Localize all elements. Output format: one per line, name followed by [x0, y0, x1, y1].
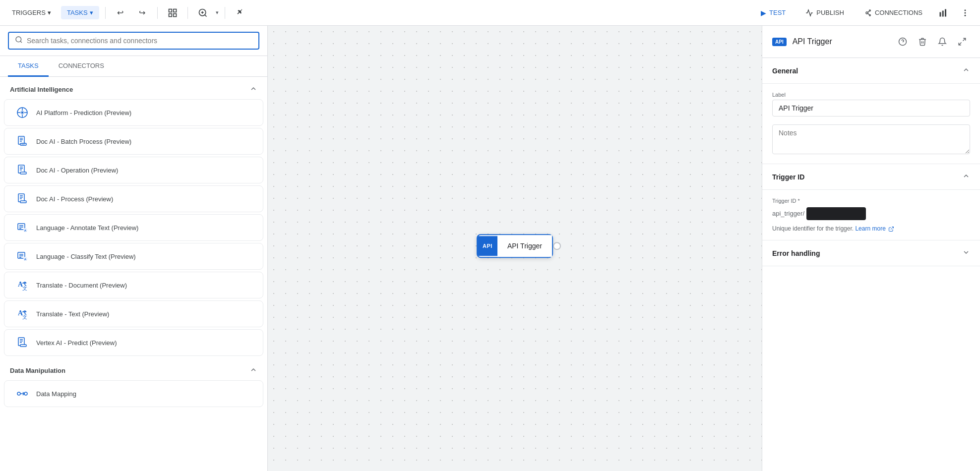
- svg-rect-65: [20, 341, 23, 342]
- tabs-row: TASKS CONNECTORS: [0, 56, 267, 77]
- task-label-vertex-ai: Vertex AI - Predict (Preview): [36, 339, 117, 347]
- svg-rect-36: [20, 167, 23, 168]
- zoom-chevron-icon: ▾: [216, 9, 219, 16]
- task-item-doc-ai-batch[interactable]: Doc AI - Batch Process (Preview): [4, 128, 263, 155]
- help-button[interactable]: [895, 34, 911, 50]
- task-item-doc-ai-process[interactable]: Doc AI - Process (Preview): [4, 185, 263, 212]
- nav-separator-2: [157, 7, 158, 19]
- tab-tasks[interactable]: TASKS: [8, 56, 49, 77]
- task-item-ai-platform[interactable]: AI Platform - Prediction (Preview): [4, 99, 263, 126]
- nav-separator-1: [105, 7, 106, 19]
- right-panel: API API Trigger: [762, 26, 980, 471]
- triggers-dropdown[interactable]: TRIGGERS ▾: [6, 6, 57, 19]
- tab-tasks-label: TASKS: [18, 62, 39, 69]
- svg-line-72: [963, 38, 966, 41]
- svg-line-12: [868, 13, 869, 14]
- general-section-header[interactable]: General: [762, 58, 980, 84]
- category-ai-label: Artificial Intelligence: [10, 86, 73, 93]
- trigger-id-row: api_trigger/: [772, 206, 970, 221]
- tasks-dropdown[interactable]: TASKS ▾: [61, 6, 99, 19]
- task-label-translate-document: Translate - Document (Preview): [36, 282, 127, 289]
- svg-rect-3: [173, 13, 176, 16]
- label-input[interactable]: [772, 100, 970, 117]
- nav-separator-3: [187, 7, 188, 19]
- svg-point-23: [21, 112, 23, 114]
- right-panel-actions: [895, 34, 970, 50]
- svg-rect-38: [20, 170, 22, 171]
- layout-button[interactable]: [164, 4, 182, 22]
- translate-text-icon: A 文: [14, 306, 30, 322]
- chart-button[interactable]: [934, 4, 952, 22]
- publish-label: PUBLISH: [816, 9, 844, 16]
- trigger-id-section-header[interactable]: Trigger ID: [762, 164, 980, 190]
- search-input[interactable]: [27, 37, 252, 45]
- api-trigger-node[interactable]: API API Trigger: [477, 234, 553, 258]
- svg-rect-37: [20, 168, 23, 169]
- svg-rect-30: [20, 139, 23, 140]
- error-handling-section-header[interactable]: Error handling: [762, 240, 980, 266]
- svg-point-19: [16, 37, 21, 42]
- tab-connectors[interactable]: CONNECTORS: [49, 56, 114, 77]
- task-item-language-classify[interactable]: A Language - Classify Text (Preview): [4, 243, 263, 270]
- bell-button[interactable]: [934, 34, 950, 50]
- learn-more-link[interactable]: Learn more: [855, 225, 894, 232]
- error-handling-chevron-icon: [962, 248, 970, 258]
- delete-button[interactable]: [915, 34, 930, 50]
- center-canvas[interactable]: API API Trigger: [268, 26, 762, 471]
- task-item-data-mapping[interactable]: Data Mapping: [4, 380, 263, 407]
- node-connector[interactable]: [553, 242, 561, 250]
- test-button[interactable]: ▶ TEST: [753, 6, 794, 20]
- tasks-list: Artificial Intelligence: [0, 77, 267, 471]
- top-nav: TRIGGERS ▾ TASKS ▾ ↩ ↪ ▾ ▶ TEST: [0, 0, 980, 26]
- svg-point-9: [869, 10, 871, 11]
- expand-button[interactable]: [954, 34, 970, 50]
- zoom-button[interactable]: [194, 4, 212, 22]
- general-chevron-icon: [962, 66, 970, 75]
- search-bar: [0, 26, 267, 56]
- connections-label: CONNECTIONS: [875, 9, 922, 16]
- svg-line-11: [868, 11, 869, 12]
- trigger-id-hint: Unique identifier for the trigger. Learn…: [772, 225, 970, 232]
- nav-right: ▶ TEST PUBLISH CONNECTIONS: [753, 4, 974, 22]
- test-label: TEST: [769, 9, 786, 16]
- task-item-doc-ai-operation[interactable]: Doc AI - Operation (Preview): [4, 157, 263, 183]
- label-field-label: Label: [772, 92, 970, 98]
- error-handling-section-title: Error handling: [772, 249, 820, 257]
- search-input-wrap[interactable]: [8, 32, 259, 50]
- right-panel-title: API Trigger: [793, 37, 889, 46]
- redo-button[interactable]: ↪: [133, 4, 151, 22]
- category-ai-header[interactable]: Artificial Intelligence: [0, 77, 267, 98]
- search-icon: [15, 36, 23, 46]
- tasks-chevron-icon: ▾: [90, 9, 93, 16]
- svg-rect-41: [20, 195, 23, 196]
- notes-textarea[interactable]: [772, 124, 970, 154]
- svg-rect-67: [20, 345, 26, 347]
- translate-document-icon: A 文: [14, 277, 30, 293]
- task-label-ai-platform: AI Platform - Prediction (Preview): [36, 109, 131, 117]
- task-item-language-annotate[interactable]: A Language - Annotate Text (Preview): [4, 214, 263, 241]
- task-item-vertex-ai[interactable]: Vertex AI - Predict (Preview): [4, 329, 263, 356]
- svg-rect-43: [20, 198, 22, 199]
- pin-button[interactable]: [231, 4, 249, 22]
- svg-point-10: [869, 14, 871, 16]
- connections-button[interactable]: CONNECTIONS: [856, 6, 930, 20]
- svg-text:A: A: [24, 258, 27, 261]
- language-annotate-icon: A: [14, 220, 30, 236]
- publish-button[interactable]: PUBLISH: [797, 6, 852, 20]
- svg-rect-64: [20, 339, 23, 340]
- task-item-translate-document[interactable]: A 文 Translate - Document (Preview): [4, 272, 263, 298]
- trigger-id-prefix: api_trigger/: [772, 206, 804, 221]
- trigger-id-hint-text: Unique identifier for the trigger.: [772, 225, 854, 232]
- nav-separator-4: [225, 7, 225, 19]
- triggers-chevron-icon: ▾: [48, 9, 51, 16]
- left-panel: TASKS CONNECTORS Artificial Intelligence: [0, 26, 268, 471]
- task-item-translate-text[interactable]: A 文 Translate - Text (Preview): [4, 300, 263, 327]
- api-trigger-badge: API: [478, 236, 497, 256]
- category-ai-chevron-icon: [249, 85, 257, 94]
- category-data-header[interactable]: Data Manipulation: [0, 358, 267, 379]
- ai-platform-icon: [14, 105, 30, 120]
- undo-button[interactable]: ↩: [112, 4, 129, 22]
- triggers-label: TRIGGERS: [12, 9, 46, 16]
- task-label-translate-text: Translate - Text (Preview): [36, 310, 109, 318]
- more-menu-button[interactable]: [956, 4, 974, 22]
